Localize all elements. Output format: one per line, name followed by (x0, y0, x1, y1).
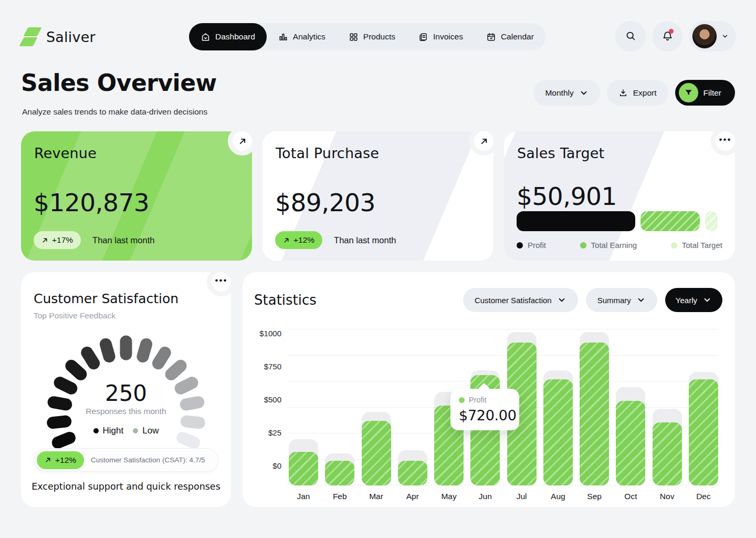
satisfaction-menu-button[interactable]: ••• (207, 267, 236, 296)
brand-name: Saliver (46, 29, 96, 45)
gauge-segment (98, 337, 117, 364)
y-axis-tick: $25 (268, 428, 281, 437)
statistics-filter-summary[interactable]: Summary (586, 288, 657, 312)
sales-target-value: $50,901 (517, 182, 617, 211)
avatar (692, 24, 717, 49)
export-button[interactable]: Export (607, 80, 668, 106)
csat-pill: +12% Customer Satisfaction (CSAT): 4.7/5 (34, 448, 218, 472)
bar-fill (362, 421, 391, 485)
bar-oct[interactable]: Oct (616, 329, 645, 485)
notifications-button[interactable] (652, 21, 682, 51)
x-axis-label: Aug (543, 492, 573, 501)
x-axis-label: Jan (289, 492, 318, 501)
target-segment-target (705, 211, 717, 231)
arrow-up-right-icon (45, 457, 51, 463)
bar-jan[interactable]: Jan (289, 329, 318, 485)
analytics-icon (278, 32, 288, 42)
x-axis-label: Apr (398, 492, 427, 501)
brand-logo[interactable]: Saliver (21, 23, 96, 50)
page-title: Sales Overview (21, 69, 217, 96)
x-axis-label: Nov (653, 492, 682, 501)
statistics-filter-customer-satisfaction[interactable]: Customer Satisfaction (463, 288, 578, 312)
revenue-value: $120,873 (34, 188, 149, 217)
filter-icon-bubble (679, 83, 698, 102)
target-legend-item: Profit (517, 241, 546, 250)
satisfaction-legend-item: Low (133, 426, 159, 436)
x-axis-label: Feb (325, 492, 354, 501)
csat-change-badge: +12% (37, 451, 84, 469)
topbar-actions (615, 23, 736, 50)
chevron-down-icon (702, 295, 712, 305)
sales-target-menu-button[interactable]: ••• (711, 127, 740, 156)
nav-item-invoices[interactable]: Invoices (407, 23, 475, 50)
funnel-icon (684, 88, 693, 97)
sales-target-legend: ProfitTotal EarningTotal Target (517, 241, 722, 250)
revenue-card: Revenue $120,873 +17% Than last month (21, 131, 252, 261)
period-select[interactable]: Monthly (533, 80, 600, 106)
total-purchase-expand-button[interactable] (469, 127, 498, 156)
total-purchase-card: Total Purchase $89,203 +12% Than last mo… (262, 131, 494, 261)
target-segment-profit (517, 211, 635, 231)
bar-apr[interactable]: Apr (398, 329, 427, 485)
account-menu[interactable] (689, 21, 736, 51)
statistics-filter-yearly[interactable]: Yearly (665, 288, 722, 312)
total-purchase-compare-text: Than last month (334, 235, 396, 245)
arrow-up-right-icon (237, 136, 248, 147)
brand-logo-icon (21, 26, 41, 47)
satisfaction-value-caption: Responses this month (21, 407, 231, 416)
bar-fill (398, 461, 427, 485)
search-icon (625, 30, 636, 42)
x-axis-label: Oct (616, 492, 645, 501)
invoices-icon (418, 32, 428, 42)
total-purchase-value: $89,203 (275, 188, 375, 217)
nav-item-analytics[interactable]: Analytics (267, 23, 337, 50)
gauge-segment (135, 337, 154, 364)
arrow-up-right-icon (479, 136, 489, 147)
bar-chart-plot: JanFebMarAprMayJunJulAugSepOctNovDec Pro… (289, 329, 718, 485)
calendar-icon (486, 32, 496, 42)
target-segment-earning (640, 211, 700, 231)
statistics-filters: Customer SatisfactionSummaryYearly (463, 288, 722, 312)
download-icon (618, 88, 628, 98)
nav-item-products[interactable]: Products (337, 23, 407, 50)
revenue-card-title: Revenue (34, 145, 97, 161)
legend-dot (671, 242, 677, 249)
top-bar: Saliver DashboardAnalyticsProductsInvoic… (0, 23, 756, 50)
ellipsis-icon: ••• (719, 134, 732, 145)
arrow-up-right-icon (283, 237, 290, 244)
page-controls: Monthly Export Filter (533, 80, 735, 106)
bar-nov[interactable]: Nov (653, 329, 682, 485)
customer-satisfaction-card: ••• Customer Satisfaction Top Positive F… (21, 272, 231, 507)
bar-sep[interactable]: Sep (580, 329, 609, 485)
revenue-expand-button[interactable] (228, 127, 257, 156)
sales-target-card: ••• Sales Target $50,901 ProfitTotal Ear… (504, 131, 735, 261)
x-axis-label: Dec (689, 492, 718, 501)
bar-fill (289, 452, 318, 485)
bar-fill (616, 401, 645, 485)
revenue-change-badge: +17% (34, 231, 81, 249)
tooltip-value: $720.00 (459, 407, 519, 423)
nav-item-dashboard[interactable]: Dashboard (189, 23, 267, 50)
y-axis-tick: $500 (264, 395, 281, 404)
satisfaction-legend: HightLow (21, 426, 231, 436)
bar-aug[interactable]: Aug (543, 329, 573, 485)
nav-item-calendar[interactable]: Calendar (475, 23, 545, 50)
bar-dec[interactable]: Dec (689, 329, 718, 485)
bar-mar[interactable]: Mar (362, 329, 391, 485)
x-axis-label: May (434, 492, 464, 501)
search-button[interactable] (615, 21, 646, 51)
kpi-cards-row: Revenue $120,873 +17% Than last month To… (21, 131, 735, 261)
products-icon (349, 32, 359, 42)
filter-button[interactable]: Filter (675, 80, 735, 106)
statistics-title: Statistics (254, 292, 317, 308)
home-icon (201, 32, 211, 42)
gauge-segment (120, 336, 132, 360)
y-axis-tick: $1000 (259, 329, 281, 338)
filter-button-label: Filter (704, 88, 721, 98)
chart-y-axis: $1000$750$500$25$0 (243, 329, 281, 485)
chevron-down-icon (557, 295, 566, 305)
bar-feb[interactable]: Feb (325, 329, 354, 485)
x-axis-label: Jun (470, 492, 500, 501)
total-purchase-change-badge: +12% (275, 231, 322, 249)
sales-target-card-title: Sales Target (517, 145, 604, 161)
